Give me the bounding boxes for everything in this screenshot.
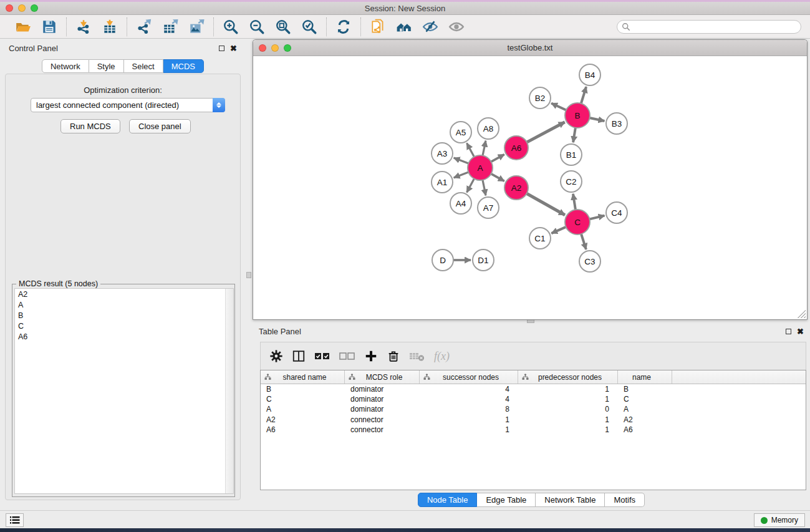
delete-table-button[interactable]: [409, 347, 425, 365]
table-tab-edge-table[interactable]: Edge Table: [477, 493, 536, 507]
float-panel-icon[interactable]: [219, 46, 224, 51]
show-all-button[interactable]: [445, 17, 468, 37]
zoom-selected-button[interactable]: [298, 17, 321, 37]
delete-columns-button[interactable]: [387, 347, 400, 365]
graph-edge-B-B3[interactable]: [590, 118, 605, 121]
export-network-button[interactable]: [133, 17, 155, 37]
graph-node-A2[interactable]: A2: [504, 176, 528, 200]
graph-edge-A2-C[interactable]: [527, 193, 565, 215]
graph-node-A[interactable]: A: [468, 155, 493, 180]
close-panel-icon[interactable]: ✖: [230, 44, 237, 52]
new-network-from-selection-button[interactable]: [367, 17, 389, 37]
graph-node-A8[interactable]: A8: [478, 118, 499, 139]
control-tab-style[interactable]: Style: [89, 59, 124, 73]
node-table[interactable]: shared nameMCDS rolesuccessor nodesprede…: [260, 370, 806, 490]
mcds-result-item[interactable]: A: [15, 299, 233, 310]
graph-node-B2[interactable]: B2: [529, 87, 551, 109]
hide-selected-button[interactable]: [419, 17, 441, 37]
graph-node-A3[interactable]: A3: [432, 143, 453, 164]
graph-edge-A-A4[interactable]: [467, 179, 475, 193]
column-header-name[interactable]: name: [618, 370, 672, 384]
close-panel-button[interactable]: Close panel: [129, 119, 191, 133]
graph-node-D1[interactable]: D1: [473, 249, 494, 271]
graph-edge-A-A1[interactable]: [454, 172, 469, 178]
graph-edge-A6-B[interactable]: [527, 122, 565, 142]
graph-node-C[interactable]: C: [565, 210, 590, 235]
graph-edge-B-B1[interactable]: [573, 128, 576, 142]
table-tab-network-table[interactable]: Network Table: [536, 493, 605, 507]
zoom-fit-button[interactable]: [272, 17, 294, 37]
refresh-button[interactable]: [332, 17, 355, 37]
graph-edge-A-A6[interactable]: [491, 155, 504, 162]
graph-node-A1[interactable]: A1: [432, 172, 453, 193]
graph-node-C2[interactable]: C2: [561, 171, 582, 192]
criterion-select[interactable]: largest connected component (directed): [31, 98, 225, 112]
graph-node-B3[interactable]: B3: [606, 113, 627, 134]
graph-edge-B-B2[interactable]: [551, 103, 566, 110]
graph-edge-C-C1[interactable]: [551, 227, 566, 233]
select-all-columns-button[interactable]: [314, 347, 330, 365]
graph-edge-C-C4[interactable]: [589, 216, 604, 220]
control-tab-mcds[interactable]: MCDS: [163, 59, 204, 73]
run-mcds-button[interactable]: Run MCDS: [60, 119, 120, 133]
table-row[interactable]: A6connector11A6: [261, 425, 806, 435]
import-network-button[interactable]: [72, 17, 95, 37]
table-settings-button[interactable]: [269, 347, 283, 365]
graph-edge-A-A7[interactable]: [483, 180, 486, 196]
network-canvas[interactable]: B4B2BB3A5A8A6A3AB1A1A2C2A4A7C4CC1C3DD1: [253, 56, 807, 319]
mcds-result-item[interactable]: B: [15, 310, 233, 321]
resize-grip-icon[interactable]: [797, 309, 806, 318]
control-tab-network[interactable]: Network: [42, 59, 89, 73]
task-history-button[interactable]: [6, 513, 24, 527]
mcds-result-list[interactable]: A2ABCA6: [14, 288, 234, 494]
graph-edge-A-A3[interactable]: [454, 158, 469, 163]
column-header-MCDS-role[interactable]: MCDS role: [345, 370, 420, 384]
export-table-button[interactable]: [159, 17, 181, 37]
graph-edge-A-A2[interactable]: [491, 174, 504, 181]
graph-node-A6[interactable]: A6: [504, 136, 528, 160]
control-tab-select[interactable]: Select: [124, 59, 163, 73]
graph-edge-A-A8[interactable]: [483, 141, 486, 156]
graph-edge-B-B4[interactable]: [581, 87, 586, 104]
open-session-button[interactable]: [12, 17, 34, 37]
column-header-successor-nodes[interactable]: successor nodes: [420, 370, 518, 384]
graph-node-D[interactable]: D: [432, 249, 453, 271]
graph-node-C1[interactable]: C1: [529, 228, 551, 249]
search-input[interactable]: [617, 20, 801, 34]
graph-edge-A-A5[interactable]: [467, 143, 475, 157]
mcds-result-item[interactable]: C: [15, 321, 233, 331]
table-row[interactable]: A2connector11A2: [261, 415, 806, 425]
table-tab-motifs[interactable]: Motifs: [605, 493, 645, 507]
graph-node-C3[interactable]: C3: [579, 251, 600, 272]
vertical-splitter-handle[interactable]: [246, 272, 251, 278]
float-table-panel-icon[interactable]: [786, 329, 791, 334]
save-session-button[interactable]: [38, 17, 60, 37]
mcds-result-item[interactable]: A2: [15, 289, 233, 299]
table-row[interactable]: Cdominator41C: [261, 394, 806, 404]
zoom-out-button[interactable]: [246, 17, 268, 37]
column-header-shared-name[interactable]: shared name: [261, 370, 345, 384]
mcds-result-item[interactable]: A6: [15, 331, 233, 342]
graph-node-C4[interactable]: C4: [606, 202, 627, 223]
graph-node-A5[interactable]: A5: [450, 122, 471, 143]
export-image-button[interactable]: [185, 17, 208, 37]
graph-node-B[interactable]: B: [565, 103, 590, 128]
graph-node-B4[interactable]: B4: [579, 64, 600, 85]
graph-node-A4[interactable]: A4: [450, 193, 471, 214]
graph-edge-C-C3[interactable]: [581, 234, 586, 249]
graph-node-A7[interactable]: A7: [478, 197, 499, 218]
create-column-button[interactable]: [364, 347, 378, 365]
import-table-button[interactable]: [99, 17, 121, 37]
column-header-predecessor-nodes[interactable]: predecessor nodes: [518, 370, 618, 384]
memory-button[interactable]: Memory: [754, 513, 805, 527]
table-tab-node-table[interactable]: Node Table: [418, 493, 478, 507]
show-column-panel-button[interactable]: [292, 347, 306, 365]
deselect-all-columns-button[interactable]: [339, 347, 355, 365]
graph-node-B1[interactable]: B1: [561, 144, 582, 165]
network-window-titlebar[interactable]: testGlobe.txt: [253, 40, 807, 56]
table-row[interactable]: Bdominator41B: [261, 384, 806, 394]
table-row[interactable]: Adominator80A: [261, 404, 806, 414]
close-table-panel-icon[interactable]: ✖: [797, 327, 804, 336]
zoom-in-button[interactable]: [219, 17, 242, 37]
graph-edge-C-C2[interactable]: [573, 194, 576, 210]
